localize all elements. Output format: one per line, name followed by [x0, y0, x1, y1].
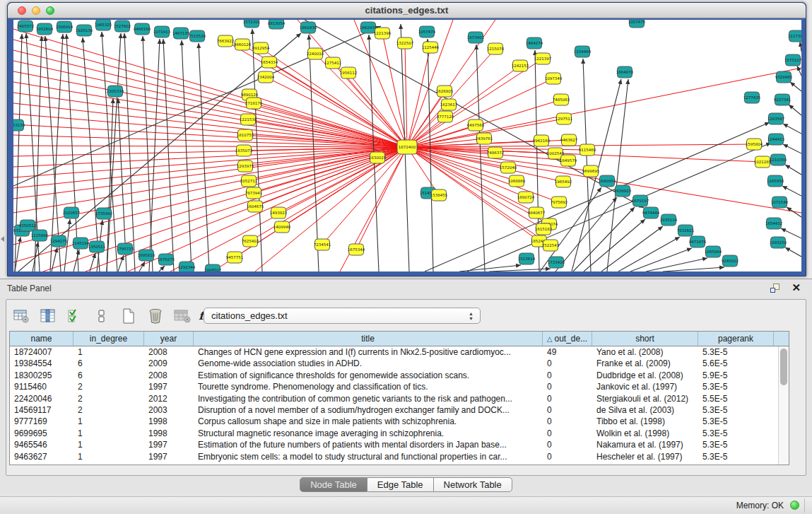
- memory-status-label: Memory: OK: [736, 501, 784, 510]
- graph-node-label: 1662438: [300, 25, 317, 30]
- graph-node-label: 9457751: [226, 255, 244, 259]
- cell-out_degree: 0: [543, 439, 592, 450]
- table-dropdown[interactable]: citations_edges.txt ▲▼: [204, 308, 481, 324]
- graph-node-label: 1297511: [555, 117, 573, 121]
- cell-title: Estimation of significance thresholds fo…: [194, 370, 543, 381]
- cell-short: Hescheler et al. (1997): [592, 451, 698, 462]
- graph-node-label: 8962160: [533, 139, 551, 143]
- graph-node-label: 1890724: [517, 195, 535, 199]
- graph-node-label: 1125446: [422, 45, 440, 49]
- dropdown-stepper-icon: ▲▼: [468, 310, 474, 322]
- graph-node-label: 1830029: [369, 156, 387, 160]
- delete-table-button-disabled[interactable]: [173, 308, 192, 325]
- row-height-button[interactable]: [93, 308, 111, 325]
- scrollbar-thumb[interactable]: [780, 349, 787, 385]
- select-rows-button[interactable]: [66, 308, 84, 325]
- graph-node-label: 1973401: [467, 35, 485, 40]
- table-body: 1872400712008Changes of HCN gene express…: [10, 346, 778, 465]
- network-canvas[interactable]: 1872400240557219526042306914192613010653…: [13, 20, 801, 271]
- graph-node-label: 1292344: [178, 265, 196, 269]
- graph-node-label: 1117304: [788, 34, 801, 38]
- table-row[interactable]: 946554611997Estimation of the future num…: [10, 439, 778, 450]
- graph-node-label: 6497568: [467, 123, 485, 127]
- table-row[interactable]: 1456911722003Disruption of a novel membe…: [10, 404, 778, 416]
- cell-pagerank: 5.6E-5: [698, 358, 774, 369]
- column-header-short[interactable]: short: [592, 332, 698, 346]
- column-header-pagerank[interactable]: pagerank: [698, 332, 774, 346]
- graph-node-label: 1575107: [784, 58, 801, 62]
- cell-year: 2008: [144, 346, 194, 358]
- graph-node-label: 1956112: [340, 71, 358, 75]
- cell-title: Tourette syndrome. Phenomenology and cla…: [194, 381, 543, 392]
- sort-ascending-icon: △: [547, 335, 553, 343]
- graph-node-label: 1165958: [767, 179, 784, 183]
- tab-network-table[interactable]: Network Table: [434, 477, 512, 492]
- column-header-title[interactable]: title: [194, 332, 543, 346]
- cell-name: 22420046: [10, 393, 73, 404]
- vertical-scrollbar[interactable]: [778, 346, 789, 465]
- close-panel-icon[interactable]: ✕: [792, 281, 801, 294]
- cell-name: 19384554: [10, 358, 73, 369]
- cell-short: de Silva et al. (2003): [592, 404, 698, 416]
- table-row[interactable]: 1938455462009Genome-wide association stu…: [10, 358, 778, 369]
- column-header-in_degree[interactable]: in_degree: [73, 332, 144, 346]
- graph-node-label: 1464274: [526, 41, 543, 45]
- panel-collapse-arrow-icon[interactable]: [1, 236, 4, 242]
- graph-node-label: 2439761: [476, 136, 493, 141]
- graph-node-label: 9463627: [560, 138, 578, 142]
- cell-title: Disruption of a novel member of a sodium…: [194, 404, 543, 416]
- graph-node-label: 1493823: [270, 211, 288, 215]
- float-panel-icon[interactable]: [770, 283, 781, 294]
- graph-node-label: 1965492: [555, 180, 572, 184]
- column-header-year[interactable]: year: [144, 332, 194, 346]
- table-row[interactable]: 977716911998Corpus callosum shape and si…: [10, 416, 778, 427]
- graph-node-label: 1538455: [430, 193, 448, 197]
- new-table-button[interactable]: [119, 308, 138, 325]
- cell-short: Jankovic et al. (1997): [592, 381, 698, 392]
- graph-node-label: 1595804: [746, 142, 763, 146]
- table-row[interactable]: 2242004622012Investigating the contribut…: [10, 393, 778, 404]
- graph-node-label: 2240018: [307, 52, 324, 56]
- table-header-row: namein_degreeyeartitle△out_de...shortpag…: [10, 332, 789, 346]
- graph-node-label: 1467135: [172, 31, 190, 35]
- cell-pagerank: 5.9E-5: [698, 370, 774, 381]
- table-panel: Table Panel ✕: [0, 279, 812, 514]
- cell-title: Corpus callosum shape and size in male p…: [194, 416, 543, 427]
- table-row[interactable]: 946362711997Embryonic stem cells: a mode…: [10, 451, 778, 462]
- table-row[interactable]: 1830029562008Estimation of significance …: [10, 370, 778, 381]
- table-row[interactable]: 911546021997Tourette syndrome. Phenomeno…: [10, 381, 778, 392]
- graph-node-label: 9474444: [642, 211, 660, 215]
- cell-name: 9465546: [10, 439, 73, 450]
- table-row[interactable]: 969969511998Structural magnetic resonanc…: [10, 428, 778, 439]
- graph-node-label: 1293975: [237, 164, 254, 168]
- graph-node-label: 1926130: [76, 28, 93, 33]
- table-settings-button[interactable]: [12, 308, 30, 325]
- network-view-window: citations_edges.txt 18724002405572195260…: [7, 2, 806, 276]
- graph-node-label: 1071546: [771, 200, 789, 204]
- memory-ok-icon: [790, 501, 799, 510]
- graph-node-label: 1662439: [360, 25, 377, 30]
- tab-edge-table[interactable]: Edge Table: [367, 477, 434, 492]
- table-row[interactable]: 1872400712008Changes of HCN gene express…: [10, 346, 778, 358]
- graph-node-label: 1057474: [418, 30, 436, 34]
- graph-node-label: 9329965: [775, 75, 793, 79]
- cell-out_degree: 0: [543, 451, 592, 462]
- column-header-out_degree[interactable]: △out_de...: [543, 332, 592, 346]
- graph-node-label: 1068860: [508, 179, 526, 183]
- column-header-name[interactable]: name: [10, 332, 73, 346]
- delete-button[interactable]: [146, 308, 165, 325]
- graph-node-label: 9890126: [241, 93, 259, 97]
- graph-node-label: 7515526: [189, 34, 206, 38]
- graph-node-label: 1154469: [574, 49, 592, 54]
- cell-pagerank: 5.3E-5: [698, 451, 774, 462]
- graph-node-label: 8466160: [134, 27, 151, 31]
- tab-node-table[interactable]: Node Table: [300, 477, 367, 492]
- graph-node-label: 2053139: [13, 123, 25, 127]
- graph-node-label: 1654334: [261, 60, 278, 64]
- graph-node-label: 1615182: [535, 227, 553, 231]
- window-titlebar[interactable]: citations_edges.txt: [8, 3, 806, 18]
- cell-in_degree: 6: [73, 370, 144, 381]
- graph-node-label: 1244413: [767, 137, 785, 141]
- show-column-button[interactable]: [39, 308, 57, 325]
- graph-node-label: 7486372: [487, 151, 505, 155]
